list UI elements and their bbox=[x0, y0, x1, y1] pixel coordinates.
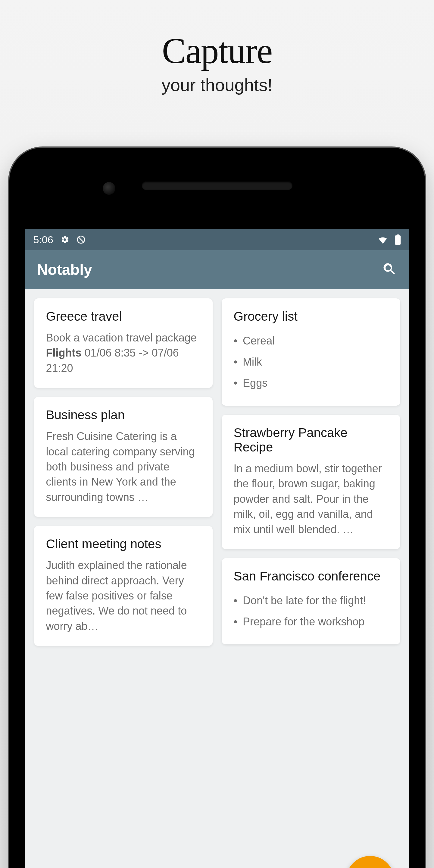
note-title: Greece travel bbox=[46, 309, 201, 324]
note-body-text: Book a vacation travel package bbox=[46, 332, 197, 344]
search-icon[interactable] bbox=[381, 261, 397, 278]
battery-icon bbox=[395, 235, 401, 245]
note-card[interactable]: Client meeting notes Judith explained th… bbox=[34, 526, 213, 646]
note-title: Grocery list bbox=[234, 309, 388, 324]
note-title: Business plan bbox=[46, 408, 201, 422]
notes-grid: Greece travel Book a vacation travel pac… bbox=[25, 289, 409, 868]
list-item-text: Prepare for the workshop bbox=[243, 615, 364, 628]
gear-icon bbox=[60, 235, 70, 244]
promo-title: Capture bbox=[0, 30, 434, 72]
note-list: Don't be late for the flight! Prepare fo… bbox=[234, 590, 388, 632]
list-item-text: Milk bbox=[243, 355, 262, 368]
note-card[interactable]: San Francisco conference Don't be late f… bbox=[222, 558, 400, 644]
note-card[interactable]: Greece travel Book a vacation travel pac… bbox=[34, 299, 213, 388]
promo-header: Capture your thoughts! bbox=[0, 0, 434, 95]
status-time: 5:06 bbox=[33, 234, 53, 246]
promo-subtitle: your thoughts! bbox=[0, 75, 434, 95]
wifi-icon bbox=[377, 234, 388, 245]
phone-screen: 5:06 Notably bbox=[25, 229, 409, 868]
note-body: Fresh Cuisine Catering is a local cateri… bbox=[46, 429, 201, 505]
note-body-bold: Flights bbox=[46, 347, 81, 359]
note-body: Judith explained the rationale behind di… bbox=[46, 558, 201, 634]
note-card[interactable]: Grocery list Cereal Milk Eggs bbox=[222, 299, 400, 406]
list-item-text: Cereal bbox=[243, 335, 275, 347]
list-item: Cereal bbox=[234, 330, 388, 351]
notes-column-left: Greece travel Book a vacation travel pac… bbox=[34, 299, 213, 868]
notes-column-right: Grocery list Cereal Milk Eggs Strawberry… bbox=[222, 299, 400, 868]
note-body: Book a vacation travel package Flights 0… bbox=[46, 330, 201, 376]
status-bar: 5:06 bbox=[25, 229, 409, 250]
list-item-text: Eggs bbox=[243, 377, 267, 390]
app-bar: Notably bbox=[25, 250, 409, 289]
note-body: In a medium bowl, stir together the flou… bbox=[234, 461, 388, 537]
note-title: Client meeting notes bbox=[46, 537, 201, 551]
list-item: Prepare for the workshop bbox=[234, 611, 388, 632]
list-item: Milk bbox=[234, 351, 388, 373]
do-not-disturb-icon bbox=[76, 235, 86, 244]
app-title: Notably bbox=[37, 261, 92, 278]
list-item: Don't be late for the flight! bbox=[234, 590, 388, 611]
phone-mockup: 5:06 Notably bbox=[9, 148, 425, 868]
note-list: Cereal Milk Eggs bbox=[234, 330, 388, 394]
list-item-text: Don't be late for the flight! bbox=[243, 594, 366, 607]
note-card[interactable]: Business plan Fresh Cuisine Catering is … bbox=[34, 397, 213, 517]
list-item: Eggs bbox=[234, 373, 388, 394]
note-title: Strawberry Pancake Recipe bbox=[234, 426, 388, 455]
note-card[interactable]: Strawberry Pancake Recipe In a medium bo… bbox=[222, 415, 400, 549]
note-title: San Francisco conference bbox=[234, 569, 388, 584]
